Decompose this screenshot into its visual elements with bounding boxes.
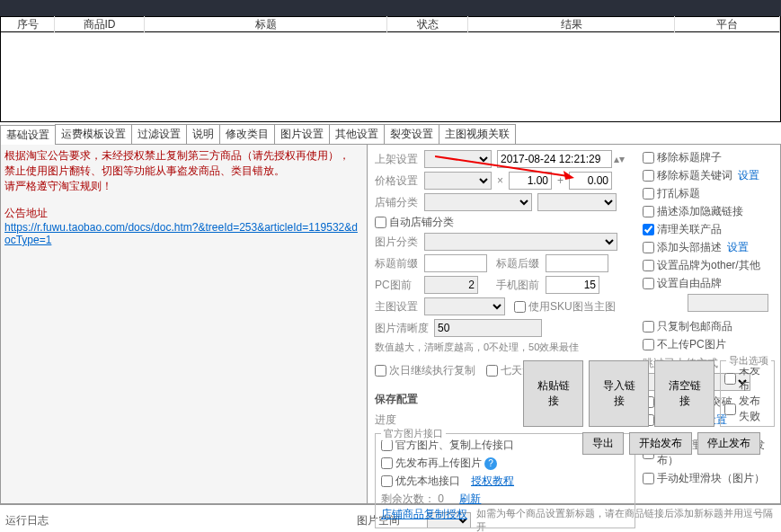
label-mainimg: 主图设置 [375,299,424,315]
titlebar [0,0,781,16]
brand-other-checkbox[interactable] [643,260,654,271]
tab-image[interactable]: 图片设置 [274,124,330,144]
shuffle-title-checkbox[interactable] [643,188,654,200]
brand-free-input[interactable] [688,294,768,312]
tab-help[interactable]: 说明 [186,124,220,144]
onshelf-select[interactable] [424,150,492,168]
col-title[interactable]: 标题 [145,16,387,33]
auth-tutorial-link[interactable]: 授权教程 [471,474,514,489]
only-freeship-label: 只复制包邮商品 [657,319,732,334]
table-body[interactable] [0,32,781,122]
tab-split[interactable]: 裂变设置 [384,124,439,144]
shopcat-select2[interactable] [537,193,617,211]
content: 根据淘宝公告要求，未经授权禁止复制第三方商品（请先授权再使用）， 禁止使用图片翻… [0,145,781,504]
label-mobimg: 手机图前 [496,278,546,293]
clarity-hint: 数值越大，清晰度越高，0不处理，50效果最佳 [375,341,635,354]
publish-fail-label: 发布失败 [739,394,770,424]
notice-url[interactable]: https://r.fuwu.taobao.com/docs/doc.htm?&… [4,221,358,246]
brand-free-checkbox[interactable] [643,278,654,289]
publish-fail-checkbox[interactable] [724,403,736,415]
clean-related-checkbox[interactable] [643,224,654,235]
tabs: 基础设置 运费模板设置 过滤设置 说明 修改类目 图片设置 其他设置 裂变设置 … [0,124,781,145]
hidden-link-checkbox[interactable] [643,206,654,217]
notice-line4: 公告地址 [4,206,363,221]
mult-sign: × [497,174,503,187]
publish-first-label: 先发布再上传图片 [395,456,482,471]
local-api-checkbox[interactable] [381,475,393,487]
mobimg-input[interactable] [546,276,599,294]
col-platform[interactable]: 平台 [675,16,780,33]
label-price: 价格设置 [375,173,424,189]
manual-slider-img-checkbox[interactable] [643,473,654,484]
price-select[interactable] [424,172,492,190]
add-header-setting[interactable]: 设置 [727,240,749,255]
table-header: 序号 商品ID 标题 状态 结果 平台 [0,16,781,32]
paste-link-button[interactable]: 粘贴链接 [523,360,583,427]
no-pcimg-label: 不上传PC图片 [657,337,726,352]
remove-keyword-setting[interactable]: 设置 [738,168,759,183]
tab-category[interactable]: 修改类目 [219,124,275,144]
official-upload-checkbox[interactable] [381,439,393,451]
start-publish-button[interactable]: 开始发布 [629,432,692,455]
remain-value: 0 [438,492,444,505]
auto-shopcat-checkbox[interactable] [375,217,386,228]
tab-video[interactable]: 主图视频关联 [439,124,516,144]
col-status[interactable]: 状态 [387,16,468,33]
price-mult-input[interactable] [509,172,552,190]
notice-line3: 请严格遵守淘宝规则！ [4,179,363,194]
only-freeship-checkbox[interactable] [643,321,654,332]
clear-link-button[interactable]: 清空链接 [654,360,714,427]
remove-brand-label: 移除标题牌子 [657,150,722,165]
unpublished-label: 未发布 [739,363,770,394]
nextday-label: 次日继续执行复制 [389,363,475,378]
prefix-input[interactable] [424,254,487,272]
brand-free-label: 设置自由品牌 [657,276,722,291]
notice-line1: 根据淘宝公告要求，未经授权禁止复制第三方商品（请先授权再使用）， [4,148,363,164]
suffix-input[interactable] [546,254,608,272]
export-options-title: 导出选项 [726,354,771,368]
col-result[interactable]: 结果 [468,16,675,33]
remain-label: 剩余次数： [381,492,435,505]
price-add-input[interactable] [569,172,612,190]
datetime-input[interactable] [497,150,612,168]
nextday-checkbox[interactable] [375,365,386,377]
help-icon[interactable]: ? [484,457,497,470]
plus-sign: + [557,174,564,187]
import-link-button[interactable]: 导入链接 [589,360,649,427]
add-header-checkbox[interactable] [643,242,654,253]
skuimg-label: 使用SKU图当主图 [528,299,616,315]
refresh-link[interactable]: 刷新 [459,492,481,505]
label-onshelf: 上架设置 [375,152,424,167]
sevenday-checkbox[interactable] [486,365,498,377]
clarity-input[interactable] [434,319,542,337]
shop-auth-link[interactable]: 店铺商品复制授权 [381,507,629,522]
export-button[interactable]: 导出 [582,432,624,455]
spinner-icon[interactable]: ▴▾ [614,153,625,165]
unpublished-checkbox[interactable] [724,373,736,385]
col-id[interactable]: 商品ID [55,16,145,33]
log-label: 运行日志 [5,513,357,528]
shopcat-select[interactable] [424,193,532,211]
shuffle-title-label: 打乱标题 [657,186,700,201]
label-shopcat: 店铺分类 [375,195,424,210]
label-imgcat: 图片分类 [375,235,424,250]
tab-basic[interactable]: 基础设置 [0,125,56,145]
stop-publish-button[interactable]: 停止发布 [697,432,760,455]
remove-keyword-checkbox[interactable] [643,170,654,182]
pcimg-input[interactable] [424,276,478,294]
local-api-label: 优先本地接口 [395,474,460,489]
notice-panel: 根据淘宝公告要求，未经授权禁止复制第三方商品（请先授权再使用）， 禁止使用图片翻… [1,145,368,503]
mainimg-select[interactable] [424,297,505,315]
remove-brand-checkbox[interactable] [643,152,654,164]
button-area: 粘贴链接 导入链接 清空链接 导出选项 未发布 发布失败 导出 开始发布 停止发… [523,357,775,455]
label-clarity: 图片清晰度 [375,321,434,336]
tab-filter[interactable]: 过滤设置 [131,124,187,144]
col-seq[interactable]: 序号 [1,16,55,33]
skuimg-checkbox[interactable] [514,301,526,313]
publish-first-checkbox[interactable] [381,457,393,469]
tab-shipping[interactable]: 运费模板设置 [55,124,132,144]
tab-other[interactable]: 其他设置 [329,124,385,144]
imgcat-select[interactable] [424,233,617,251]
clean-related-label: 清理关联产品 [657,222,722,237]
no-pcimg-checkbox[interactable] [643,339,654,350]
